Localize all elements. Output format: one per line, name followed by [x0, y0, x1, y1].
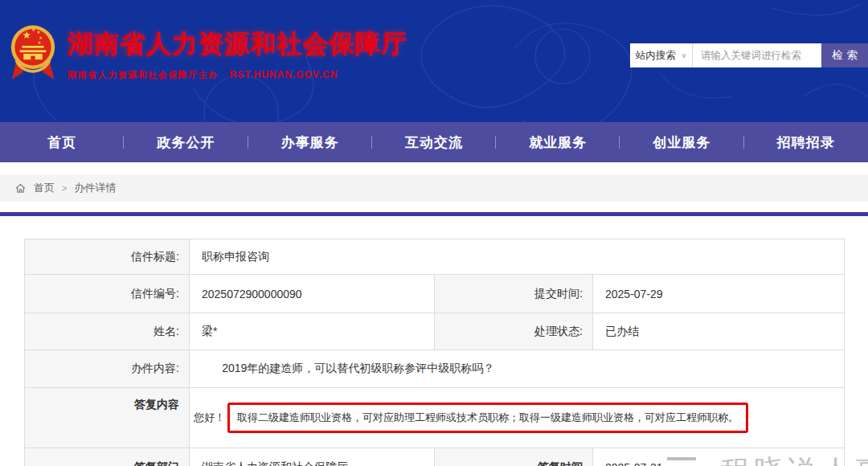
- content-label: 办件内容:: [25, 350, 190, 388]
- site-title: 湖南省人力资源和社会保障厅: [68, 27, 407, 61]
- breadcrumb-current: 办件详情: [74, 181, 116, 195]
- letter-detail-table: 信件标题: 职称申报咨询 信件编号: 2025072900000090 提交时间…: [24, 239, 845, 466]
- reply-dept-label: 答复部门: [25, 448, 190, 466]
- watermark-partial-text: 程晓说人事: [720, 452, 868, 466]
- applicant-name-value: 梁*: [190, 313, 435, 350]
- search-input[interactable]: [693, 43, 821, 67]
- table-row-name: 姓名: 梁* 处理状态: 已办结: [25, 313, 845, 350]
- svg-text:★: ★: [22, 30, 31, 41]
- watermark-stroke-fragment: [667, 457, 696, 460]
- search-button[interactable]: 检索: [821, 43, 868, 67]
- table-row-number: 信件编号: 2025072900000090 提交时间: 2025-07-29: [25, 275, 845, 313]
- letter-title-value: 职称申报咨询: [190, 239, 845, 275]
- table-row-content: 办件内容: 2019年的建造师，可以替代初级职称参评中级职称吗？: [25, 350, 845, 388]
- site-search: 站内搜索 ∨ 检索: [630, 43, 868, 67]
- submit-time-label: 提交时间:: [435, 275, 593, 313]
- content-value: 2019年的建造师，可以替代初级职称参评中级职称吗？: [190, 350, 845, 388]
- letter-number-label: 信件编号:: [25, 275, 190, 313]
- reply-time-label: 答复时间: [435, 448, 593, 466]
- nav-item-gov-info[interactable]: 政务公开: [124, 133, 248, 152]
- breadcrumb-separator: >: [62, 183, 67, 193]
- table-row-title: 信件标题: 职称申报咨询: [25, 239, 845, 275]
- nav-item-startup[interactable]: 创业服务: [620, 133, 743, 152]
- brand-block: ★ ★ ★ ★ ★ 湖南省人力资源和社会保障厅 湖南省人力资源和社会保障厅主办R…: [10, 19, 407, 87]
- letter-number-value: 2025072900000090: [190, 275, 435, 313]
- main-nav: 首页 政务公开 办事服务 互动交流 就业服务 创业服务 招聘招录: [0, 122, 868, 162]
- reply-content-cell: 您好！取得二级建造师职业资格，可对应助理工程师或技术员职称；取得一级建造师职业资…: [190, 388, 845, 448]
- reply-dept-value: 湖南省人力资源和社会保障厅: [190, 448, 435, 466]
- svg-text:★: ★: [37, 40, 41, 45]
- home-icon: [14, 182, 27, 194]
- search-scope-dropdown[interactable]: 站内搜索 ∨: [630, 43, 693, 67]
- site-header: ★ ★ ★ ★ ★ 湖南省人力资源和社会保障厅 湖南省人力资源和社会保障厅主办R…: [0, 0, 868, 122]
- letter-detail-card: 信件标题: 职称申报咨询 信件编号: 2025072900000090 提交时间…: [0, 216, 868, 466]
- reply-highlight-box: 取得二级建造师职业资格，可对应助理工程师或技术员职称；取得一级建造师职业资格，可…: [227, 403, 748, 433]
- table-row-reply: 答复内容 您好！取得二级建造师职业资格，可对应助理工程师或技术员职称；取得一级建…: [25, 388, 845, 448]
- national-emblem-logo: ★ ★ ★ ★ ★: [10, 19, 56, 87]
- site-subtitle: 湖南省人力资源和社会保障厅主办RST.HUNAN.GOV.CN: [68, 69, 407, 81]
- nav-item-home[interactable]: 首页: [0, 133, 124, 152]
- search-scope-label: 站内搜索: [636, 49, 676, 63]
- nav-item-employment[interactable]: 就业服务: [496, 133, 620, 152]
- applicant-name-label: 姓名:: [25, 313, 190, 350]
- site-subtitle-text: 湖南省人力资源和社会保障厅主办: [68, 70, 219, 80]
- site-url: RST.HUNAN.GOV.CN: [230, 69, 338, 80]
- submit-time-value: 2025-07-29: [593, 275, 845, 313]
- svg-text:★: ★: [39, 35, 43, 40]
- svg-text:★: ★: [31, 27, 35, 32]
- breadcrumb-home-link[interactable]: 首页: [34, 181, 55, 195]
- nav-item-recruitment[interactable]: 招聘招录: [744, 133, 868, 152]
- chevron-down-icon: ∨: [682, 51, 687, 59]
- reply-content-label: 答复内容: [25, 388, 190, 448]
- status-label: 处理状态:: [435, 313, 593, 350]
- nav-item-interaction[interactable]: 互动交流: [372, 133, 496, 152]
- breadcrumb: 首页 > 办件详情: [0, 174, 868, 202]
- status-value: 已办结: [593, 313, 845, 350]
- letter-title-label: 信件标题:: [25, 239, 190, 275]
- svg-text:★: ★: [37, 30, 41, 35]
- nav-item-services[interactable]: 办事服务: [248, 133, 372, 152]
- reply-prefix: 您好！: [194, 411, 225, 423]
